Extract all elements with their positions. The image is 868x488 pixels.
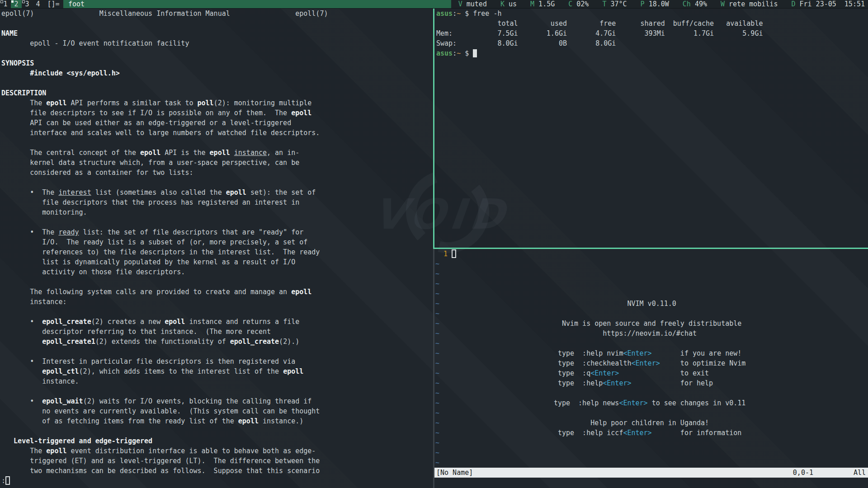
text-run: Level-triggered and edge-triggered xyxy=(14,437,152,445)
text-run: The central concept of the xyxy=(1,149,140,157)
text-run: epoll xyxy=(210,149,230,157)
text-run: epoll_wait xyxy=(42,397,83,405)
text-run: $ free -h xyxy=(461,9,501,18)
terminal-line: ~ xyxy=(435,438,868,448)
text-run: ~ xyxy=(435,439,439,447)
terminal-line: ~ xyxy=(435,289,868,299)
text-run: API is the xyxy=(160,149,209,157)
workspace-tag-2[interactable]: 2 xyxy=(11,0,22,8)
focused-window-border-left xyxy=(433,9,434,248)
text-run: of as fetching items from the ready list… xyxy=(1,417,238,425)
terminal-line: ~ https://neovim.io/#chat xyxy=(435,328,868,338)
terminal-line: interface and scales well to large numbe… xyxy=(1,128,434,138)
text-run: ready xyxy=(58,228,79,236)
text-run: no events are currently available. (This… xyxy=(1,407,320,415)
text-run: interface and scales well to large numbe… xyxy=(1,129,320,137)
module-value: 02% xyxy=(572,0,589,8)
terminal-line: ~ xyxy=(435,269,868,279)
text-run: epoll xyxy=(238,417,259,425)
workspace-tag-1[interactable]: 1 xyxy=(0,0,11,8)
status-module-k: K us xyxy=(500,0,517,8)
text-run: ~ xyxy=(435,429,439,437)
text-run: ~ xyxy=(435,270,439,278)
text-run: • xyxy=(1,397,42,405)
status-module-m: M 1.5G xyxy=(530,0,555,8)
text-run xyxy=(230,149,234,157)
cursor-hollow xyxy=(452,249,456,258)
text-run: (2) waits for I/O events, blocking the c… xyxy=(83,397,312,405)
text-run: type :q xyxy=(439,369,590,377)
terminal-line: #include <sys/epoll.h> xyxy=(1,68,434,78)
text-run: file descriptors that the process has re… xyxy=(1,198,299,206)
scroll-position: All xyxy=(854,468,866,478)
text-run: list (sometimes also called the xyxy=(91,188,226,197)
terminal-line: • Interest in particular file descriptor… xyxy=(1,357,434,366)
text-run: instance: xyxy=(1,298,67,306)
split-border xyxy=(433,249,434,488)
text-run: <Enter> xyxy=(603,379,631,387)
text-run: to optimize Nvim xyxy=(660,359,746,367)
text-run: for information xyxy=(652,429,742,437)
terminal-line: epoll_create1(2) extends the functionali… xyxy=(1,337,434,347)
text-run: : xyxy=(453,49,457,57)
layout-indicator[interactable]: []= xyxy=(43,0,63,8)
terminal-line: Level-triggered and edge-triggered xyxy=(1,436,434,446)
text-run: instance and returns a file xyxy=(185,318,299,326)
status-module-t: T 37°C xyxy=(602,0,627,8)
text-run: epoll - I/O event notification facility xyxy=(1,39,189,47)
text-run: • The xyxy=(1,188,58,197)
terminal-line: The epoll API performs a similar task to… xyxy=(1,98,434,108)
terminal-line: ~ xyxy=(435,279,868,289)
text-run: • xyxy=(1,318,42,326)
text-run: <Enter> xyxy=(619,399,647,407)
terminal-line xyxy=(1,277,434,287)
text-run: asus xyxy=(436,9,453,18)
terminal-line xyxy=(1,48,434,58)
terminal-line: total used free shared buff/cache availa… xyxy=(436,19,868,28)
terminal-line: ~ type :help iccf<Enter> for information xyxy=(435,428,868,438)
text-run: ~ xyxy=(435,359,439,367)
neovim-window[interactable]: 1 ~~~~~ NVIM v0.11.0~~ Nvim is open sour… xyxy=(434,249,868,468)
text-run: https://neovim.io/#chat xyxy=(439,329,697,338)
terminal-line: file descriptors to see if I/O is possib… xyxy=(1,108,434,118)
terminal-free-memory[interactable]: asus:~ $ free -h total used free shared … xyxy=(434,9,868,248)
text-run: if you are new! xyxy=(652,349,742,357)
text-run: type :checkhealth xyxy=(439,359,631,367)
text-run: list is dynamically populated by the ker… xyxy=(1,258,295,266)
text-run: Nvim is open source and freely distribut… xyxy=(439,319,741,328)
terminal-man-epoll[interactable]: epoll(7) Miscellaneous Information Manua… xyxy=(0,9,434,488)
status-module-c: C 02% xyxy=(568,0,589,8)
module-value: muted xyxy=(462,0,487,8)
text-run: file descriptors to see if I/O is possib… xyxy=(1,109,291,117)
text-run: <Enter> xyxy=(623,429,651,437)
text-run: <Enter> xyxy=(590,369,619,377)
text-run: instance.) xyxy=(259,417,303,425)
text-run: type :help news xyxy=(439,399,619,407)
tag-label: 3 xyxy=(25,0,29,8)
text-run: ~ xyxy=(457,49,461,57)
text-run: event distribution interface is able to … xyxy=(67,447,316,455)
text-run: list: the set of file descriptors that a… xyxy=(79,228,304,236)
text-run: DESCRIPTION xyxy=(1,89,46,97)
cursor-hollow xyxy=(5,476,10,485)
terminal-line xyxy=(1,19,434,28)
module-value: Fri 23-05 15:51 xyxy=(795,0,865,8)
terminal-line: ~ type :q<Enter> to exit xyxy=(435,368,868,378)
text-run: to exit xyxy=(619,369,709,377)
workspace-tag-3[interactable]: 3 xyxy=(22,0,33,8)
terminal-line: ~ xyxy=(435,388,868,398)
terminal-line xyxy=(1,426,434,436)
text-run: API can be used either as an edge-trigge… xyxy=(1,119,291,127)
workspace-tag-4[interactable]: 4 xyxy=(33,0,43,8)
text-run: epoll xyxy=(283,367,303,375)
text-run: epoll_create xyxy=(42,318,91,326)
text-run: poll xyxy=(197,99,213,107)
text-run xyxy=(1,437,14,445)
text-run: set): the set of xyxy=(246,188,316,197)
terminal-line: Mem: 7.5Gi 1.6Gi 4.7Gi 393Mi 1.7Gi 5.9Gi xyxy=(436,28,868,38)
tag-label: 1 xyxy=(3,0,7,8)
status-bar: 1234 []= foot V mutedK usM 1.5GC 02%T 37… xyxy=(0,0,868,9)
text-run: ~ xyxy=(435,310,439,318)
module-key: C xyxy=(568,0,572,8)
text-run: (2) creates a new xyxy=(91,318,165,326)
